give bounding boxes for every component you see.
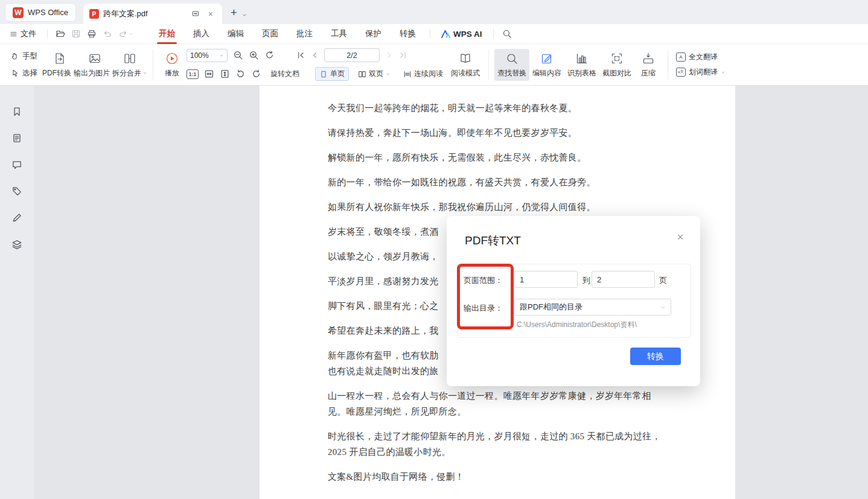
comments-panel-icon[interactable] [10,158,24,171]
select-tool-button[interactable]: 选择 [8,67,40,80]
page-range-label: 页面范围： [464,275,503,286]
actual-size-icon[interactable]: 1:1 [187,69,199,79]
page-indicator-input[interactable] [324,48,380,62]
play-icon [165,52,179,65]
play-button[interactable]: 播放 [159,49,185,81]
read-mode-label: 阅读模式 [451,68,480,78]
output-path-text: C:\Users\Administrator\Desktop\资料\ [517,320,637,330]
titlebar: W WPS Office P 跨年文案.pdf × + [0,0,868,24]
double-page-button[interactable]: 双页 [354,68,394,80]
page-range-from-input[interactable] [514,271,578,288]
single-page-button[interactable]: 单页 [315,67,349,81]
tab-protect[interactable]: 保护 [356,24,391,44]
wps-ai-button[interactable]: WPS AI [435,30,488,39]
word-translate-label: 划词翻译 [689,67,718,77]
undo-icon[interactable] [100,27,115,41]
bookmarks-panel-icon[interactable] [10,105,24,118]
fit-width-icon[interactable] [204,69,214,79]
zoom-out-icon[interactable] [233,50,243,60]
rotate-document-button[interactable]: 旋转文档 [267,68,303,80]
tab-annotate[interactable]: 批注 [287,24,322,44]
full-translate-label: 全文翻译 [689,52,718,62]
rotate-right-icon[interactable] [251,69,261,79]
file-menu-button[interactable]: 文件 [0,28,42,39]
app-menu-button[interactable]: W WPS Office [5,3,76,22]
divider [153,49,153,80]
search-icon[interactable] [499,26,515,42]
print-icon[interactable] [84,27,100,41]
fit-height-icon[interactable] [220,69,230,79]
output-as-image-button[interactable]: 输出为图片 [77,49,112,81]
tab-list-chevron-icon[interactable] [241,12,247,18]
wps-ai-label: WPS AI [453,30,482,39]
full-translate-button[interactable]: A 全文翻译 [676,52,726,62]
redo-chevron-icon[interactable] [129,31,134,37]
divider [668,49,668,80]
tab-convert[interactable]: 转换 [391,24,425,44]
find-replace-button[interactable]: 查找替换 [494,49,529,81]
split-merge-button[interactable]: 拆分合并 [112,49,147,81]
dialog-close-icon[interactable]: × [672,229,688,245]
divider [493,29,494,39]
fit-page-icon[interactable] [264,50,275,60]
cursor-icon [11,69,19,77]
single-page-icon [319,70,328,78]
document-workspace: 今天我们一起等跨年的烟花，明天就一起等来年的春秋冬夏。 请保持热爱，奔赴下一场山… [0,86,868,499]
screenshot-compare-button[interactable]: 截图对比 [599,49,634,81]
recognize-table-button[interactable]: 识别表格 [564,49,599,81]
page-range-to-input[interactable] [592,271,655,288]
save-icon[interactable] [68,27,84,41]
find-replace-icon [505,52,519,65]
convert-button[interactable]: 转换 [630,348,681,365]
rotate-left-icon[interactable] [235,69,246,79]
tab-comment-icon[interactable] [190,8,201,19]
divider [430,29,430,39]
tab-close-icon[interactable]: × [205,8,216,19]
continuous-read-button[interactable]: 连续阅读 [400,68,447,80]
last-page-icon[interactable] [398,51,407,60]
pdf-convert-button[interactable]: PDF转换 [42,49,77,81]
word-translate-button[interactable]: a文 划词翻译 [676,67,726,77]
doc-paragraph: 解锁新的一年，愿所有快乐，无需假装，此生尽兴，赤忱善良。 [328,150,661,165]
first-page-icon[interactable] [296,51,305,60]
compress-button[interactable]: 压缩 [634,49,662,81]
annotation-pen-panel-icon[interactable] [10,211,24,224]
doc-paragraph: 今天我们一起等跨年的烟花，明天就一起等来年的春秋冬夏。 [328,100,661,116]
output-dir-select[interactable]: 跟PDF相同的目录 [514,299,671,316]
hand-icon [11,52,19,60]
hand-tool-label: 手型 [22,51,37,62]
edit-content-label: 编辑内容 [532,68,561,78]
new-tab-button[interactable]: + [231,7,237,19]
pdf-convert-icon [53,52,66,65]
tab-tools[interactable]: 工具 [322,24,356,44]
edit-content-button[interactable]: 编辑内容 [529,49,564,81]
tags-panel-icon[interactable] [10,185,24,198]
previous-page-icon[interactable] [311,51,319,59]
doc-paragraph: 如果所有人祝你新年快乐，那我祝你遍历山河，仍觉得人间值得。 [328,199,661,215]
image-icon [88,52,101,65]
edit-content-icon [540,52,554,65]
split-merge-icon [123,52,136,65]
recognize-table-label: 识别表格 [567,68,596,78]
doc-paragraph: 文案&图片均取自于网络，侵删！ [328,469,661,485]
doc-paragraph: 山一程水一程，总会有人与你一道过一程。唯愿年年岁岁常康健，岁岁年年常相见。唯愿星… [328,388,661,419]
tab-page[interactable]: 页面 [253,24,287,44]
next-page-icon[interactable] [385,51,393,59]
thumbnails-panel-icon[interactable] [10,132,24,145]
read-mode-button[interactable]: 阅读模式 [448,49,483,81]
doc-paragraph: 新的一年，带给你一如既往的祝愿，有盛天共赏，有爱人在身旁。 [328,174,661,190]
open-file-icon[interactable] [53,27,68,41]
full-translate-icon: A [676,52,686,62]
tab-home[interactable]: 开始 [150,24,184,44]
zoom-in-icon[interactable] [249,50,259,60]
hand-tool-button[interactable]: 手型 [8,50,40,63]
zoom-select[interactable]: 100% [187,49,228,62]
compress-icon [642,52,655,65]
zoom-value: 100% [190,51,209,60]
tab-insert[interactable]: 插入 [184,24,219,44]
output-dir-label: 输出目录： [464,303,503,314]
doc-paragraph: 时光很长，走过了才能仰望新年的月光，岁月很短，走过的 365 天都已成为过往，2… [328,428,661,460]
document-tab[interactable]: P 跨年文案.pdf × [83,4,222,24]
layers-panel-icon[interactable] [10,238,24,251]
tab-edit[interactable]: 编辑 [219,24,253,44]
